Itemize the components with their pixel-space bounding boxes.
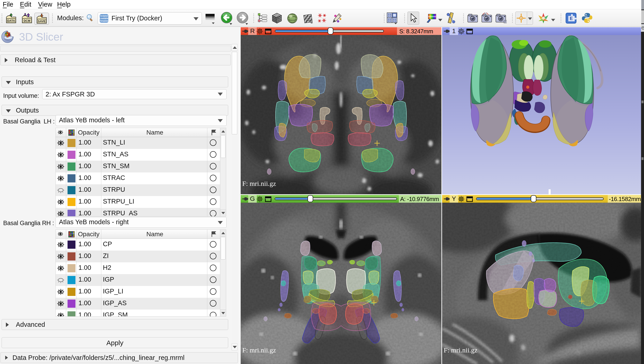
svg-text:DATA: DATA bbox=[7, 19, 15, 23]
svg-text:Scripted: Scripted bbox=[100, 15, 108, 17]
svg-text:SAVE: SAVE bbox=[38, 20, 46, 23]
svg-text:E: E bbox=[570, 16, 572, 21]
svg-text:DCM: DCM bbox=[24, 19, 30, 23]
svg-text:Template: Template bbox=[100, 20, 108, 22]
svg-text:Loadable: Loadable bbox=[100, 17, 108, 20]
